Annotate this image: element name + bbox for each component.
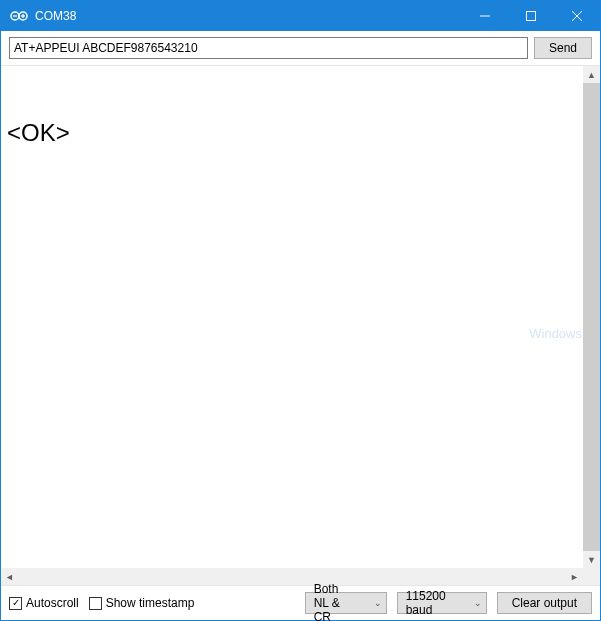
vertical-scrollbar[interactable]: ▲ ▼ [583, 66, 600, 568]
clear-output-button[interactable]: Clear output [497, 592, 592, 614]
command-input[interactable] [9, 37, 528, 59]
scroll-corner [583, 568, 600, 585]
hscroll-row: ◄ ► [1, 568, 600, 585]
window-controls [462, 1, 600, 31]
titlebar[interactable]: COM38 [1, 1, 600, 31]
scroll-up-icon[interactable]: ▲ [583, 66, 600, 83]
chevron-down-icon: ⌄ [474, 598, 482, 608]
autoscroll-label: Autoscroll [26, 596, 79, 610]
maximize-button[interactable] [508, 1, 554, 31]
scroll-left-icon[interactable]: ◄ [1, 568, 18, 585]
autoscroll-checkbox[interactable]: ✓ Autoscroll [9, 596, 79, 610]
serial-output[interactable]: <OK> [1, 66, 583, 568]
line-ending-select[interactable]: Both NL & CR ⌄ [305, 592, 387, 614]
window-title: COM38 [35, 9, 462, 23]
bottom-bar: ✓ Autoscroll Show timestamp Both NL & CR… [1, 585, 600, 620]
vscroll-track[interactable] [583, 83, 600, 551]
horizontal-scrollbar[interactable]: ◄ ► [1, 568, 583, 585]
timestamp-checkbox[interactable]: Show timestamp [89, 596, 195, 610]
scroll-down-icon[interactable]: ▼ [583, 551, 600, 568]
line-ending-value: Both NL & CR [314, 582, 356, 621]
vscroll-thumb[interactable] [583, 83, 600, 551]
minimize-button[interactable] [462, 1, 508, 31]
baud-value: 115200 baud [406, 589, 456, 617]
content-area: <OK> Windows ▲ ▼ [1, 66, 600, 568]
arduino-icon [9, 6, 29, 26]
svg-rect-6 [527, 12, 536, 21]
hscroll-track[interactable] [18, 568, 566, 585]
serial-monitor-window: COM38 Send <OK> Windows ▲ [0, 0, 601, 621]
scroll-right-icon[interactable]: ► [566, 568, 583, 585]
checkbox-checked-icon: ✓ [9, 597, 22, 610]
timestamp-label: Show timestamp [106, 596, 195, 610]
input-bar: Send [1, 31, 600, 66]
baud-select[interactable]: 115200 baud ⌄ [397, 592, 487, 614]
chevron-down-icon: ⌄ [374, 598, 382, 608]
send-button[interactable]: Send [534, 37, 592, 59]
close-button[interactable] [554, 1, 600, 31]
checkbox-unchecked-icon [89, 597, 102, 610]
